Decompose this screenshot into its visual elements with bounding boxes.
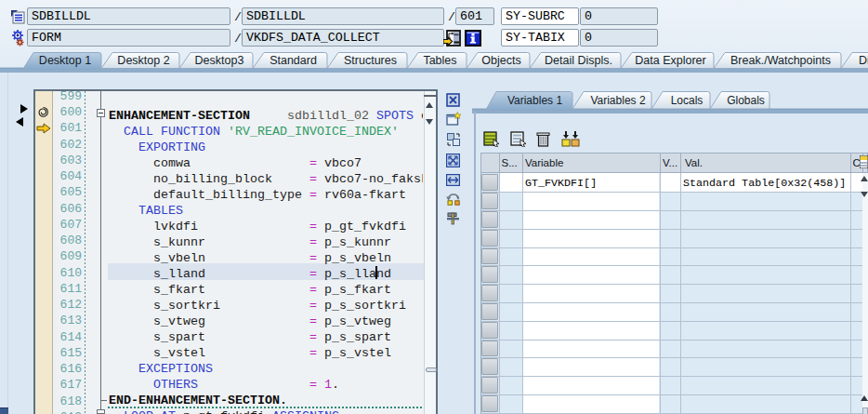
svg-text:Objects: Objects (481, 54, 520, 67)
svg-text:Break./Watchpoints: Break./Watchpoints (730, 54, 831, 67)
svg-text:Locals: Locals (671, 94, 704, 107)
svg-text:Di: Di (859, 54, 868, 67)
svg-text:Data Explorer: Data Explorer (635, 54, 705, 67)
svg-text:Tables: Tables (423, 54, 456, 67)
svg-text:Globals: Globals (727, 94, 765, 107)
svg-text:Detail Displs.: Detail Displs. (545, 54, 612, 67)
svg-text:Variables 1: Variables 1 (507, 94, 562, 107)
svg-text:Variables 2: Variables 2 (590, 94, 645, 107)
